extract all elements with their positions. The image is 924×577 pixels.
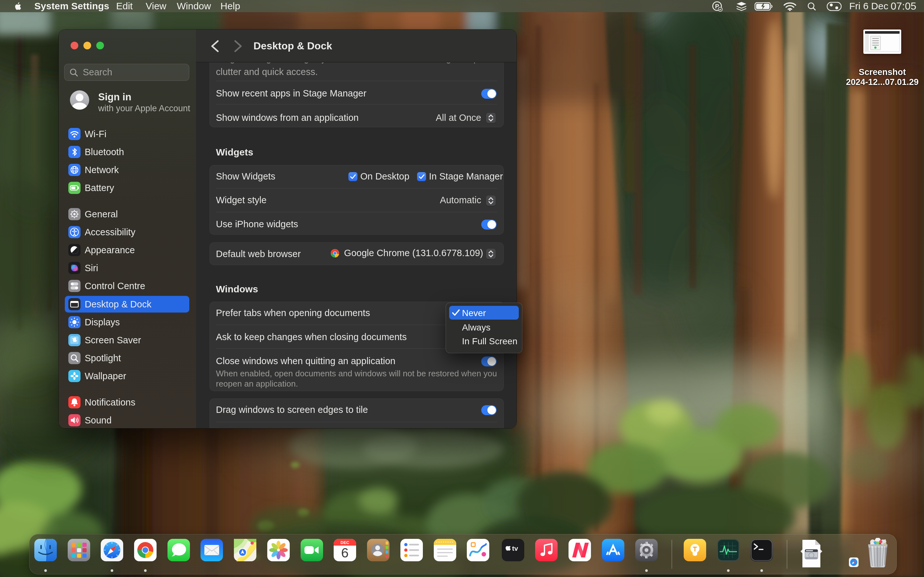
svg-text:tv: tv xyxy=(512,545,518,552)
svg-text:6: 6 xyxy=(341,545,349,560)
svg-text:DEC: DEC xyxy=(341,540,349,545)
